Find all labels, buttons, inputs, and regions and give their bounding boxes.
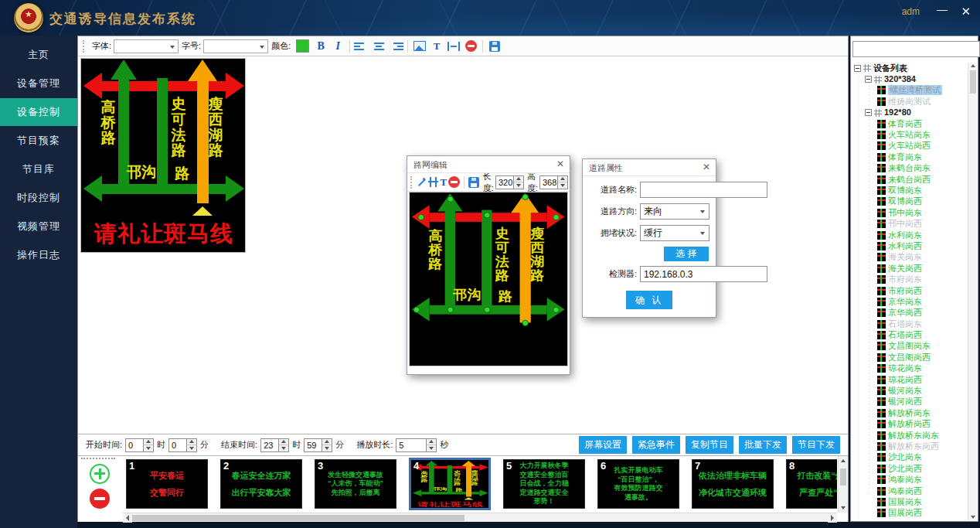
device-item[interactable]: 文昌阁岗东 <box>852 341 968 352</box>
device-item[interactable]: 体育岗东 <box>852 152 968 162</box>
device-item[interactable]: 海关岗东 <box>852 252 968 263</box>
device-item[interactable]: 邗中岗西 <box>852 218 968 229</box>
action-button[interactable]: 批量下发 <box>739 436 787 454</box>
color-swatch[interactable] <box>296 39 309 53</box>
road-direction-select[interactable]: 来向 <box>640 203 709 220</box>
toolbar-grip[interactable] <box>410 176 413 189</box>
spin-up-icon[interactable] <box>558 176 567 182</box>
vertical-scrollbar[interactable] <box>838 456 848 513</box>
detector-field[interactable] <box>640 266 767 282</box>
duration-field[interactable] <box>396 438 437 452</box>
program-thumbnail-1[interactable]: 平安春运 交警同行1 <box>126 459 208 509</box>
road-tool-button[interactable] <box>428 175 439 189</box>
sidebar-item-节目库[interactable]: 节目库 <box>0 155 77 183</box>
end-minute-input[interactable] <box>304 438 322 452</box>
end-hour-input[interactable] <box>260 438 279 452</box>
close-icon[interactable]: ✕ <box>556 158 564 169</box>
tree-group[interactable]: 320*384 <box>852 73 968 84</box>
edit-handle[interactable] <box>553 306 560 312</box>
device-item[interactable]: 鸿泰岗东 <box>852 474 968 485</box>
program-thumbnail-4[interactable]: 高 桥 路史 可 法 路瘦 西 湖 路邗沟路请礼让斑马线4 <box>409 458 491 510</box>
device-item[interactable]: 体育岗西 <box>852 118 968 129</box>
edit-handle[interactable] <box>447 196 454 202</box>
device-item[interactable]: 银河岗西 <box>852 397 968 407</box>
start-minute-field[interactable] <box>168 438 197 452</box>
delete-tool-button[interactable] <box>448 175 460 189</box>
height-input[interactable] <box>539 175 558 189</box>
spin-down-icon[interactable] <box>558 182 567 189</box>
program-thumbnail-8[interactable]: 打击改装“炸街” 严查严处“机动8 <box>786 459 837 509</box>
start-hour-input[interactable] <box>125 438 144 452</box>
insert-text-button[interactable]: T <box>429 39 444 54</box>
tree-scrollbar[interactable] <box>968 63 977 520</box>
collapse-icon[interactable] <box>854 65 861 72</box>
start-hour-field[interactable] <box>125 438 154 452</box>
collapse-icon[interactable] <box>865 109 872 116</box>
scroll-down-icon[interactable] <box>971 516 975 519</box>
device-item[interactable]: 石塔岗东 <box>852 319 968 329</box>
action-button[interactable]: 紧急事件 <box>632 436 680 454</box>
end-hour-field[interactable] <box>260 438 289 452</box>
edit-handle[interactable] <box>553 214 560 220</box>
sidebar-item-节目预案[interactable]: 节目预案 <box>0 127 77 155</box>
scroll-up-icon[interactable] <box>971 64 975 67</box>
device-item[interactable]: 解放桥岗东 <box>852 407 968 418</box>
close-icon[interactable]: ✕ <box>961 5 971 19</box>
spin-up-icon[interactable] <box>144 439 153 445</box>
congestion-select[interactable]: 缓行 <box>640 225 709 241</box>
sidebar-item-设备管理[interactable]: 设备管理 <box>0 70 77 97</box>
sidebar-item-主页[interactable]: 主页 <box>0 41 77 69</box>
device-item[interactable]: 双博岗西 <box>852 196 968 207</box>
device-item[interactable]: 沙北岗东 <box>852 452 968 463</box>
save-button[interactable] <box>487 39 502 54</box>
length-field[interactable] <box>495 175 524 189</box>
spin-down-icon[interactable] <box>322 445 332 451</box>
device-item[interactable]: 市府岗西 <box>852 285 968 296</box>
road-name-field[interactable] <box>640 182 767 198</box>
program-thumbnail-6[interactable]: 扎实开展电动车 “百日整治”， 有效预防道路交 通事故。6 <box>597 459 679 509</box>
font-size-select[interactable] <box>203 39 268 53</box>
edit-handle[interactable] <box>484 306 491 312</box>
device-item[interactable]: 火车站岗西 <box>852 141 968 152</box>
sidebar-item-时段控制[interactable]: 时段控制 <box>0 184 77 212</box>
minimize-icon[interactable]: — <box>937 3 948 15</box>
device-item[interactable]: 市府岗东 <box>852 274 968 284</box>
device-item[interactable]: 解放桥岗西 <box>852 419 968 430</box>
save-tool-button[interactable] <box>468 175 479 189</box>
program-thumbnail-3[interactable]: 发生轻微交通事故 “人未伤，车能动” 先拍照，后撤离3 <box>315 459 396 509</box>
spin-down-icon[interactable] <box>427 445 436 451</box>
duration-input[interactable] <box>396 438 427 452</box>
confirm-button[interactable]: 确 认 <box>626 291 672 309</box>
align-right-button[interactable] <box>388 39 403 54</box>
spin-down-icon[interactable] <box>187 445 196 451</box>
spin-down-icon[interactable] <box>279 445 288 451</box>
font-family-select[interactable] <box>114 39 179 53</box>
spin-down-icon[interactable] <box>514 182 523 189</box>
remove-program-button[interactable] <box>90 489 110 509</box>
line-tool-button[interactable] <box>417 175 427 189</box>
device-item[interactable]: 鸿泰岗西 <box>852 485 968 496</box>
collapse-icon[interactable] <box>865 76 872 83</box>
program-thumbnail-2[interactable]: 春运安全连万家 出行平安靠大家2 <box>220 459 302 509</box>
device-item[interactable]: 沙北岗西 <box>852 463 968 474</box>
end-minute-field[interactable] <box>304 438 332 452</box>
device-item[interactable]: 双博岗东 <box>852 185 968 196</box>
spin-up-icon[interactable] <box>427 439 436 445</box>
device-item[interactable]: 来鹤台岗东 <box>852 163 968 174</box>
horizontal-scrollbar[interactable] <box>123 513 837 522</box>
scroll-left-icon[interactable] <box>123 513 132 523</box>
scroll-right-icon[interactable] <box>828 513 837 523</box>
spin-up-icon[interactable] <box>322 439 332 445</box>
action-button[interactable]: 屏幕设置 <box>579 436 627 454</box>
editor-canvas[interactable]: 高 桥 路史 可 法 路瘦 西 湖 路邗沟路 <box>409 192 568 366</box>
device-item[interactable]: 国展岗西 <box>852 508 968 519</box>
edit-handle[interactable] <box>484 212 491 218</box>
program-thumbnail-5[interactable]: 大力开展秋冬季 交通安全整治百 日会战，全力稳 定道路交通安全 形势！5 <box>503 459 585 509</box>
device-item[interactable]: 京华岗西 <box>852 308 968 319</box>
length-input[interactable] <box>495 175 514 189</box>
device-item[interactable]: 文昌阁岗西 <box>852 352 968 363</box>
device-item[interactable]: 琼花岗西 <box>852 374 968 385</box>
device-item[interactable]: 解放桥东岗东 <box>852 430 968 441</box>
start-minute-input[interactable] <box>168 438 187 452</box>
bold-button[interactable]: B <box>313 39 328 54</box>
